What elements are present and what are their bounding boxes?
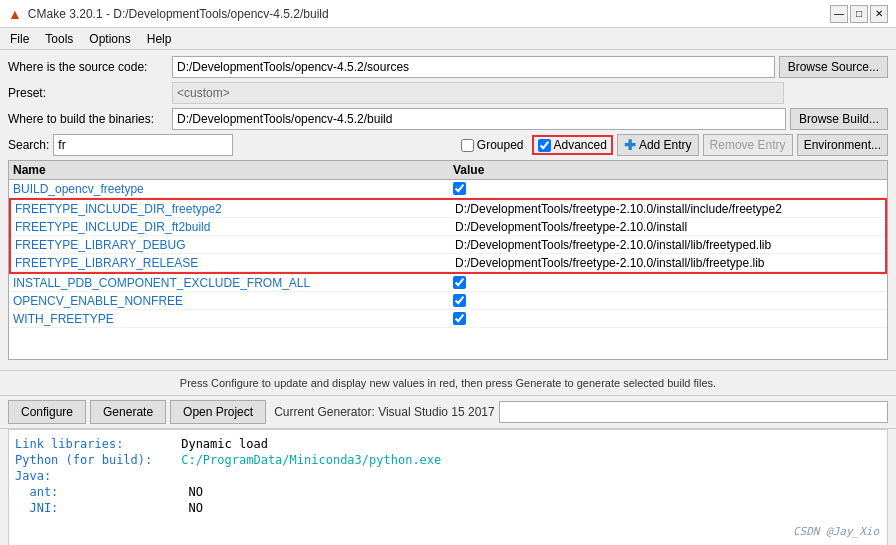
header-value: Value xyxy=(453,163,883,177)
maximize-button[interactable]: □ xyxy=(850,5,868,23)
output-line: JNI: NO xyxy=(15,500,881,516)
row-checkbox[interactable] xyxy=(453,294,466,307)
title-bar-text: CMake 3.20.1 - D:/DevelopmentTools/openc… xyxy=(28,7,824,21)
output-label: ant: xyxy=(15,485,181,499)
menu-options[interactable]: Options xyxy=(83,30,136,48)
menu-bar: File Tools Options Help xyxy=(0,28,896,50)
output-value: Dynamic load xyxy=(181,437,268,451)
environment-button[interactable]: Environment... xyxy=(797,134,888,156)
generator-text: Current Generator: Visual Studio 15 2017 xyxy=(274,405,495,419)
output-line: ant: NO xyxy=(15,484,881,500)
output-line: Python (for build): C:/ProgramData/Minic… xyxy=(15,452,881,468)
status-message: Press Configure to update and display ne… xyxy=(180,377,716,389)
binaries-input[interactable] xyxy=(172,108,786,130)
browse-build-button[interactable]: Browse Build... xyxy=(790,108,888,130)
header-name: Name xyxy=(13,163,453,177)
row-value: D:/DevelopmentTools/freetype-2.10.0/inst… xyxy=(455,238,881,252)
watermark: CSDN @Jay_Xio xyxy=(793,525,879,538)
preset-label: Preset: xyxy=(8,86,168,100)
search-input[interactable] xyxy=(53,134,233,156)
output-line: Link libraries: Dynamic load xyxy=(15,436,881,452)
row-name: FREETYPE_INCLUDE_DIR_freetype2 xyxy=(15,202,455,216)
table-row[interactable]: INSTALL_PDB_COMPONENT_EXCLUDE_FROM_ALL xyxy=(9,274,887,292)
output-label: Link libraries: xyxy=(15,437,174,451)
menu-file[interactable]: File xyxy=(4,30,35,48)
table-row[interactable]: WITH_FREETYPE xyxy=(9,310,887,328)
preset-row: Preset: xyxy=(8,82,888,104)
red-box-group: FREETYPE_INCLUDE_DIR_freetype2 D:/Develo… xyxy=(9,198,887,274)
output-label: JNI: xyxy=(15,501,181,515)
menu-help[interactable]: Help xyxy=(141,30,178,48)
advanced-checkbox-wrapper: Advanced xyxy=(532,135,613,155)
table-header: Name Value xyxy=(9,161,887,180)
output-value: NO xyxy=(188,485,202,499)
remove-entry-label: Remove Entry xyxy=(710,138,786,152)
title-bar-controls: — □ ✕ xyxy=(830,5,888,23)
add-entry-label: Add Entry xyxy=(639,138,692,152)
toolbar-row: Search: Grouped Advanced ✚ Add Entry Rem… xyxy=(8,134,888,156)
table-row[interactable]: FREETYPE_LIBRARY_DEBUG D:/DevelopmentToo… xyxy=(11,236,885,254)
source-input[interactable] xyxy=(172,56,775,78)
remove-entry-button[interactable]: Remove Entry xyxy=(703,134,793,156)
advanced-label: Advanced xyxy=(554,138,607,152)
table-row[interactable]: OPENCV_ENABLE_NONFREE xyxy=(9,292,887,310)
row-value: D:/DevelopmentTools/freetype-2.10.0/inst… xyxy=(455,202,881,216)
search-label: Search: xyxy=(8,138,49,152)
close-button[interactable]: ✕ xyxy=(870,5,888,23)
output-line: Java: xyxy=(15,468,881,484)
bottom-input[interactable] xyxy=(499,401,888,423)
browse-source-button[interactable]: Browse Source... xyxy=(779,56,888,78)
row-name: FREETYPE_LIBRARY_RELEASE xyxy=(15,256,455,270)
advanced-checkbox[interactable] xyxy=(538,139,551,152)
row-name: WITH_FREETYPE xyxy=(13,312,453,326)
preset-input xyxy=(172,82,784,104)
row-name: INSTALL_PDB_COMPONENT_EXCLUDE_FROM_ALL xyxy=(13,276,453,290)
cmake-table: Name Value BUILD_opencv_freetype FREETYP… xyxy=(8,160,888,360)
grouped-checkbox-group: Grouped xyxy=(461,138,524,152)
app-icon: ▲ xyxy=(8,6,22,22)
row-name: FREETYPE_LIBRARY_DEBUG xyxy=(15,238,455,252)
bottom-toolbar: Configure Generate Open Project Current … xyxy=(0,396,896,429)
menu-tools[interactable]: Tools xyxy=(39,30,79,48)
configure-button[interactable]: Configure xyxy=(8,400,86,424)
open-project-button[interactable]: Open Project xyxy=(170,400,266,424)
row-value[interactable] xyxy=(453,276,883,289)
output-label: Python (for build): xyxy=(15,453,174,467)
generate-button[interactable]: Generate xyxy=(90,400,166,424)
row-name: OPENCV_ENABLE_NONFREE xyxy=(13,294,453,308)
output-label: Java: xyxy=(15,469,51,483)
row-checkbox[interactable] xyxy=(453,276,466,289)
grouped-checkbox[interactable] xyxy=(461,139,474,152)
plus-icon: ✚ xyxy=(624,137,636,153)
row-value[interactable] xyxy=(453,312,883,325)
output-area: Link libraries: Dynamic load Python (for… xyxy=(8,429,888,545)
table-row[interactable]: FREETYPE_LIBRARY_RELEASE D:/DevelopmentT… xyxy=(11,254,885,272)
table-row[interactable]: FREETYPE_INCLUDE_DIR_freetype2 D:/Develo… xyxy=(11,200,885,218)
row-value[interactable] xyxy=(453,182,883,195)
grouped-label: Grouped xyxy=(477,138,524,152)
source-label: Where is the source code: xyxy=(8,60,168,74)
row-checkbox[interactable] xyxy=(453,312,466,325)
row-value: D:/DevelopmentTools/freetype-2.10.0/inst… xyxy=(455,256,881,270)
row-name: BUILD_opencv_freetype xyxy=(13,182,453,196)
row-value: D:/DevelopmentTools/freetype-2.10.0/inst… xyxy=(455,220,881,234)
source-row: Where is the source code: Browse Source.… xyxy=(8,56,888,78)
binaries-label: Where to build the binaries: xyxy=(8,112,168,126)
row-value[interactable] xyxy=(453,294,883,307)
binaries-row: Where to build the binaries: Browse Buil… xyxy=(8,108,888,130)
minimize-button[interactable]: — xyxy=(830,5,848,23)
table-row[interactable]: BUILD_opencv_freetype xyxy=(9,180,887,198)
add-entry-button[interactable]: ✚ Add Entry xyxy=(617,134,699,156)
row-name: FREETYPE_INCLUDE_DIR_ft2build xyxy=(15,220,455,234)
table-row[interactable]: FREETYPE_INCLUDE_DIR_ft2build D:/Develop… xyxy=(11,218,885,236)
output-value: C:/ProgramData/Miniconda3/python.exe xyxy=(181,453,441,467)
title-bar: ▲ CMake 3.20.1 - D:/DevelopmentTools/ope… xyxy=(0,0,896,28)
output-value: NO xyxy=(188,501,202,515)
main-area: Where is the source code: Browse Source.… xyxy=(0,50,896,366)
row-checkbox[interactable] xyxy=(453,182,466,195)
status-area: Press Configure to update and display ne… xyxy=(0,370,896,396)
